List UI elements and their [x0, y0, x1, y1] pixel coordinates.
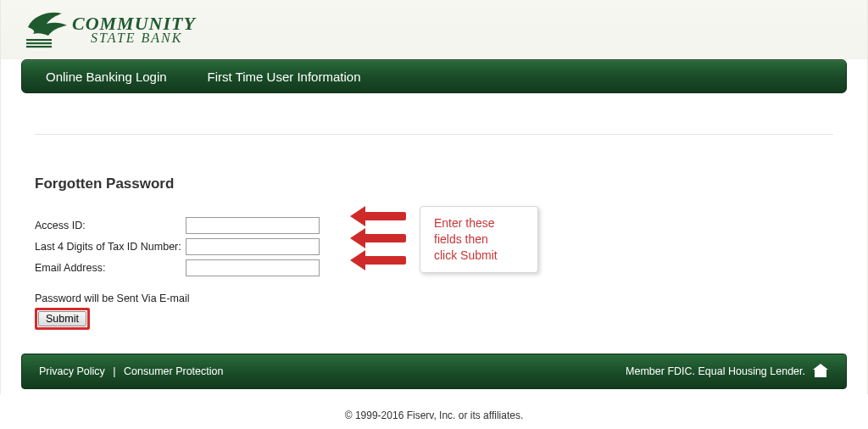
- svg-rect-1: [26, 42, 52, 44]
- page-title: Forgotten Password: [35, 176, 833, 192]
- page: COMMUNITY STATE BANK Online Banking Logi…: [0, 0, 868, 394]
- header: COMMUNITY STATE BANK: [1, 0, 867, 59]
- brand-logo: COMMUNITY STATE BANK: [25, 8, 843, 53]
- submit-highlight: Submit: [35, 308, 90, 330]
- footer-links: Privacy Policy | Consumer Protection: [39, 365, 223, 377]
- main-content: Forgotten Password Access ID: Last 4 Dig…: [1, 93, 867, 338]
- input-tax-id[interactable]: [186, 238, 320, 255]
- svg-rect-2: [26, 46, 52, 47]
- row-tax-id: Last 4 Digits of Tax ID Number:: [35, 237, 543, 256]
- nav-online-banking-login[interactable]: Online Banking Login: [46, 70, 167, 84]
- forgotten-password-form: Access ID: Last 4 Digits of Tax ID Numbe…: [35, 216, 543, 330]
- link-privacy-policy[interactable]: Privacy Policy: [39, 365, 105, 377]
- member-fdic-text: Member FDIC. Equal Housing Lender.: [626, 365, 805, 377]
- label-tax-id: Last 4 Digits of Tax ID Number:: [35, 241, 186, 253]
- divider: [35, 134, 833, 135]
- footer-right: Member FDIC. Equal Housing Lender.: [626, 363, 829, 381]
- brand-name-line2: STATE BANK: [91, 31, 196, 46]
- nav-first-time-user-info[interactable]: First Time User Information: [208, 70, 361, 84]
- footer: Privacy Policy | Consumer Protection Mem…: [21, 354, 847, 389]
- nav-bar: Online Banking Login First Time User Inf…: [21, 59, 847, 93]
- svg-rect-0: [26, 39, 52, 41]
- brand-text: COMMUNITY STATE BANK: [72, 15, 196, 46]
- submit-button[interactable]: Submit: [38, 311, 86, 326]
- brand-name-line1: COMMUNITY: [72, 15, 196, 32]
- footer-divider: |: [113, 365, 115, 377]
- equal-housing-icon: [812, 363, 829, 381]
- input-email[interactable]: [186, 259, 320, 276]
- row-access-id: Access ID:: [35, 216, 543, 235]
- password-note: Password will be Sent Via E-mail: [35, 292, 543, 304]
- row-email: Email Address:: [35, 259, 543, 277]
- eagle-icon: [25, 8, 72, 53]
- copyright: © 1999-2016 Fiserv, Inc. or its affiliat…: [0, 398, 868, 426]
- label-email: Email Address:: [35, 262, 186, 274]
- link-consumer-protection[interactable]: Consumer Protection: [124, 365, 223, 377]
- label-access-id: Access ID:: [35, 220, 186, 231]
- input-access-id[interactable]: [186, 217, 320, 234]
